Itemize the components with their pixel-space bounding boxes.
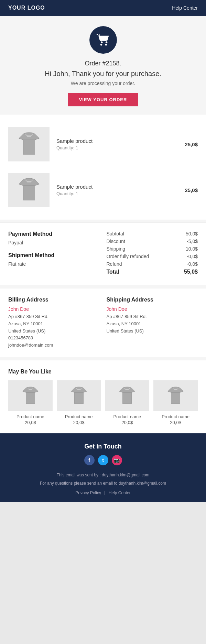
product-row: Sample product Quantity: 1 25,0$ bbox=[8, 122, 198, 167]
refunded-label: Order fully refunded bbox=[107, 254, 149, 259]
discount-row: Discount -5,0$ bbox=[107, 239, 198, 244]
footer-email-sent: This email was sent by : duythanh.klm@gm… bbox=[8, 472, 198, 478]
processing-text: We are processing your order. bbox=[7, 81, 199, 86]
svg-rect-9 bbox=[126, 389, 129, 390]
svg-point-1 bbox=[105, 44, 107, 46]
logo: YOUR LOGO bbox=[8, 5, 45, 11]
svg-rect-8 bbox=[77, 389, 80, 390]
svg-rect-10 bbox=[174, 389, 177, 390]
refunded-row: Order fully refunded -0,0$ bbox=[107, 254, 198, 259]
product-image-2 bbox=[8, 173, 50, 207]
product-price-2: 25,0$ bbox=[185, 187, 198, 193]
payment-shipment-info: Payment Method Paypal Shipment Method Fl… bbox=[8, 231, 100, 277]
subtotal-value: 50,0$ bbox=[186, 231, 198, 236]
greeting-text: Hi John, Thank you for your purchase. bbox=[7, 70, 199, 78]
shipping-label: Shipping bbox=[107, 246, 126, 252]
privacy-policy-link[interactable]: Privacy Policy bbox=[75, 490, 101, 495]
recommendations-grid: Product name 20,0$ Product name 20,0$ bbox=[8, 380, 198, 425]
shipping-line2: Azusa, NY 10001 bbox=[107, 320, 198, 328]
product-qty-2: Quantity: 1 bbox=[56, 191, 181, 196]
subtotal-label: Subtotal bbox=[107, 231, 124, 236]
product-name-1: Sample product bbox=[56, 138, 181, 144]
rec-image-2 bbox=[105, 380, 150, 411]
refund-label: Refund bbox=[107, 261, 122, 267]
rec-name-1: Product name bbox=[57, 414, 101, 419]
shipping-line1: Ap #867-859 Sit Rd. bbox=[107, 313, 198, 320]
instagram-icon[interactable]: 📷 bbox=[112, 455, 122, 465]
billing-name: John Doe bbox=[8, 306, 100, 312]
footer-email-questions: For any questions please send an email t… bbox=[8, 480, 198, 487]
product-info-1: Sample product Quantity: 1 bbox=[56, 138, 181, 150]
footer: Get in Touch f t 📷 This email was sent b… bbox=[0, 433, 206, 502]
billing-email: johndoe@domain.com bbox=[8, 342, 100, 349]
billing-line3: United States (US) bbox=[8, 328, 100, 335]
footer-title: Get in Touch bbox=[8, 443, 198, 450]
rec-item-0[interactable]: Product name 20,0$ bbox=[8, 380, 53, 425]
rec-price-3: 20,0$ bbox=[153, 420, 198, 425]
twitter-icon[interactable]: t bbox=[98, 455, 108, 465]
payment-value: Paypal bbox=[8, 240, 100, 245]
rec-name-3: Product name bbox=[153, 414, 198, 419]
svg-point-4 bbox=[105, 41, 107, 43]
billing-title: Billing Address bbox=[8, 297, 100, 303]
refund-value: -0,0$ bbox=[187, 261, 198, 267]
hero-section: Order #2158. Hi John, Thank you for your… bbox=[0, 16, 206, 115]
product-price-1: 25,0$ bbox=[185, 141, 198, 147]
shipment-title: Shipment Method bbox=[8, 252, 100, 258]
help-center-link[interactable]: Help Center bbox=[172, 5, 198, 11]
shipping-line3: United States (US) bbox=[107, 328, 198, 335]
view-order-button[interactable]: VIEW YOUR ORDER bbox=[68, 93, 138, 106]
rec-name-2: Product name bbox=[105, 414, 150, 419]
rec-item-2[interactable]: Product name 20,0$ bbox=[105, 380, 150, 425]
rec-item-1[interactable]: Product name 20,0$ bbox=[57, 380, 101, 425]
billing-phone: 0123456789 bbox=[8, 335, 100, 342]
total-row: Total 55,0$ bbox=[107, 269, 198, 275]
discount-label: Discount bbox=[107, 239, 125, 244]
order-totals: Subtotal 50,0$ Discount -5,0$ Shipping 1… bbox=[107, 231, 198, 277]
svg-rect-7 bbox=[29, 389, 32, 390]
svg-rect-6 bbox=[26, 181, 31, 182]
summary-section: Payment Method Paypal Shipment Method Fl… bbox=[0, 222, 206, 285]
footer-links: Privacy Policy | Help Center bbox=[8, 490, 198, 495]
shipping-value: 10,0$ bbox=[186, 246, 198, 252]
shipping-name: John Doe bbox=[107, 306, 198, 312]
recommendations-title: May Be You Like bbox=[8, 369, 198, 375]
rec-price-0: 20,0$ bbox=[8, 420, 53, 425]
header: YOUR LOGO Help Center bbox=[0, 0, 206, 16]
rec-name-0: Product name bbox=[8, 414, 53, 419]
help-center-footer-link[interactable]: Help Center bbox=[109, 490, 131, 495]
rec-image-1 bbox=[57, 380, 101, 411]
shipping-address-title: Shipping Address bbox=[107, 297, 198, 303]
rec-price-2: 20,0$ bbox=[105, 420, 150, 425]
rec-image-3 bbox=[153, 380, 198, 411]
shipping-row: Shipping 10,0$ bbox=[107, 246, 198, 252]
product-name-2: Sample product bbox=[56, 184, 181, 190]
svg-point-3 bbox=[101, 41, 103, 43]
product-row: Sample product Quantity: 1 25,0$ bbox=[8, 167, 198, 213]
discount-value: -5,0$ bbox=[187, 239, 198, 244]
shipment-value: Flat rate bbox=[8, 261, 100, 267]
refunded-value: -0,0$ bbox=[187, 254, 198, 259]
cart-icon bbox=[89, 26, 117, 54]
product-image-1 bbox=[8, 127, 50, 161]
total-label: Total bbox=[107, 269, 119, 275]
payment-title: Payment Method bbox=[8, 231, 100, 237]
billing-address: Billing Address John Doe Ap #867-859 Sit… bbox=[8, 297, 100, 349]
svg-point-0 bbox=[100, 44, 102, 46]
link-separator: | bbox=[104, 490, 105, 495]
rec-item-3[interactable]: Product name 20,0$ bbox=[153, 380, 198, 425]
billing-line1: Ap #867-859 Sit Rd. bbox=[8, 313, 100, 320]
facebook-icon[interactable]: f bbox=[84, 455, 95, 465]
billing-line2: Azusa, NY 10001 bbox=[8, 320, 100, 328]
rec-price-1: 20,0$ bbox=[57, 420, 101, 425]
order-number: Order #2158. bbox=[7, 60, 199, 67]
svg-rect-5 bbox=[26, 136, 31, 137]
refund-row: Refund -0,0$ bbox=[107, 261, 198, 267]
product-info-2: Sample product Quantity: 1 bbox=[56, 184, 181, 196]
products-section: Sample product Quantity: 1 25,0$ Sample … bbox=[0, 115, 206, 220]
rec-image-0 bbox=[8, 380, 53, 411]
total-value: 55,0$ bbox=[184, 269, 198, 275]
address-section: Billing Address John Doe Ap #867-859 Sit… bbox=[0, 288, 206, 357]
subtotal-row: Subtotal 50,0$ bbox=[107, 231, 198, 236]
shipping-address: Shipping Address John Doe Ap #867-859 Si… bbox=[107, 297, 198, 349]
